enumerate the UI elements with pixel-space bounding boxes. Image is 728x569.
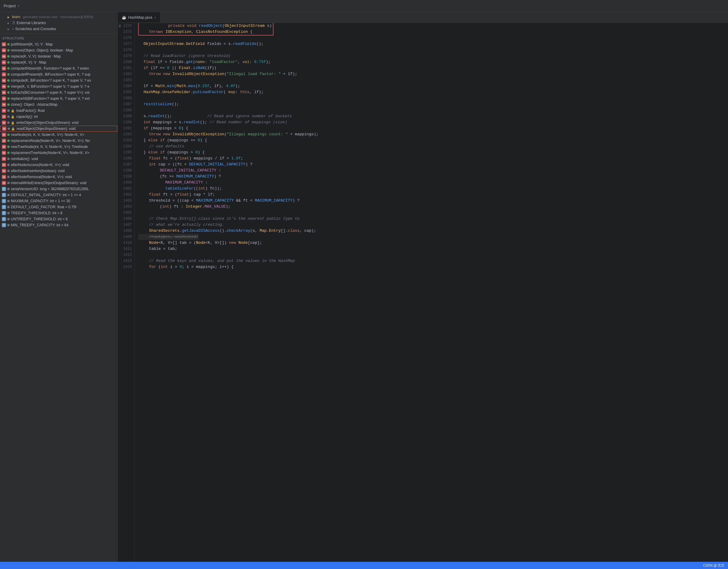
method-forEach[interactable]: m forEach(BiConsumer<? super K, ? super … bbox=[0, 90, 117, 96]
tab-label: HashMap.java bbox=[128, 15, 152, 20]
code-line-1409: /rawtypes, unchecked/ bbox=[138, 234, 728, 240]
visibility-dot-green bbox=[7, 43, 10, 46]
method-computeIfAbsent[interactable]: m computeIfAbsent(K, Function<? super K,… bbox=[0, 65, 117, 71]
code-line-1411: table = tab; bbox=[138, 246, 728, 252]
line-1379: 1379 bbox=[118, 53, 134, 59]
tab-hashmap[interactable]: ☕ HashMap.java × bbox=[118, 12, 160, 23]
method-computeIfPresent[interactable]: m computeIfPresent(K, BiFunction<? super… bbox=[0, 71, 117, 77]
line-1384: 1384 bbox=[118, 83, 134, 89]
line-1401: 1401 bbox=[118, 186, 134, 192]
code-line-1410: Node<K, V>[] tab = (Node<K, V>[]) new No… bbox=[138, 240, 728, 246]
code-line-1381: if (lf <= 0 || Float.isNaN(lf)) bbox=[138, 65, 728, 71]
method-afterNodeRemoval[interactable]: m afterNodeRemoval(Node<K, V>): void bbox=[0, 174, 117, 180]
method-label: afterNodeInsertion(boolean): void bbox=[11, 169, 65, 173]
visibility-dot-gray bbox=[7, 182, 10, 184]
tree-item-learn[interactable]: ▸ learn generated sources root, ~/securi… bbox=[0, 14, 117, 20]
method-loadFactor[interactable]: m 🔒 loadFactor(): float bbox=[0, 108, 117, 114]
method-newTreeNode[interactable]: m newTreeNode(int, K, V, Node<K, V>): Tr… bbox=[0, 144, 117, 150]
field-default-load-factor[interactable]: f DEFAULT_LOAD_FACTOR: float = 0.75f bbox=[0, 204, 117, 210]
project-label: Project bbox=[4, 4, 16, 8]
line-1390: 1390 bbox=[118, 119, 134, 125]
visibility-dot-green bbox=[7, 67, 10, 70]
method-label: afterNodeRemoval(Node<K, V>): void bbox=[11, 175, 72, 179]
method-capacity[interactable]: m 🔒 capacity(): int bbox=[0, 114, 117, 120]
code-line-1378 bbox=[138, 47, 728, 53]
method-internalWriteEntries[interactable]: m internalWriteEntries(ObjectOutputStrea… bbox=[0, 180, 117, 186]
method-replacementNode[interactable]: m replacementNode(Node<K, V>, Node<K, V>… bbox=[0, 138, 117, 144]
code-line-1383 bbox=[138, 77, 728, 83]
line-1387: 1387 bbox=[118, 101, 134, 107]
method-label: newTreeNode(int, K, V, Node<K, V>): Tree… bbox=[11, 145, 88, 149]
visibility-dot-gray bbox=[7, 206, 10, 208]
code-editor[interactable]: 1374 1375 1376 1377 1378 1379 1380 1381 … bbox=[118, 23, 728, 562]
method-label: UNTREEIFY_THRESHOLD: int = 6 bbox=[11, 217, 68, 221]
badge-m: m bbox=[2, 109, 6, 113]
visibility-dot-green bbox=[7, 103, 10, 106]
method-replace-vvv[interactable]: m replace(K, V, V): boolean ↑Map bbox=[0, 53, 117, 59]
method-replacementTreeNode[interactable]: m replacementTreeNode(Node<K, V>, Node<K… bbox=[0, 150, 117, 156]
line-1398: 1398 bbox=[118, 168, 134, 174]
line-1413: 1413 bbox=[118, 258, 134, 264]
line-1410: 1410 bbox=[118, 240, 134, 246]
method-clone[interactable]: m clone(): Object ↑AbstractMap bbox=[0, 102, 117, 108]
method-label: replaceAll(BiFunction<? super K, ? super… bbox=[11, 96, 90, 101]
badge-m: m bbox=[2, 103, 6, 107]
lock-icon: 🔒 bbox=[11, 127, 15, 131]
field-maximum-capacity[interactable]: f MAXIMUM_CAPACITY: int = 1 << 30 bbox=[0, 198, 117, 204]
lock-icon: 🔒 bbox=[11, 121, 14, 125]
field-min-treeify-capacity[interactable]: f MIN_TREEIFY_CAPACITY: int = 64 bbox=[0, 222, 117, 228]
line-1397: 1397 bbox=[118, 162, 134, 168]
line-1383: 1383 bbox=[118, 77, 134, 83]
line-1380: 1380 bbox=[118, 59, 134, 65]
method-replaceAll[interactable]: m replaceAll(BiFunction<? super K, ? sup… bbox=[0, 96, 117, 102]
tree-item-external-libraries[interactable]: ▸ 🗄 External Libraries bbox=[0, 20, 117, 26]
badge-m: m bbox=[2, 72, 6, 77]
tab-close-button[interactable]: × bbox=[154, 16, 156, 19]
method-label: capacity(): int bbox=[16, 115, 38, 119]
code-line-1382: throw new InvalidObjectException("Illega… bbox=[138, 71, 728, 77]
field-treeify-threshold[interactable]: f TREEIFY_THRESHOLD: int = 8 bbox=[0, 210, 117, 216]
method-merge[interactable]: m merge(K, V, BiFunction<? super V, ? su… bbox=[0, 84, 117, 90]
method-writeObject[interactable]: m 🔒 writeObject(ObjectOutputStream): voi… bbox=[0, 120, 117, 126]
method-afterNodeInsertion[interactable]: m afterNodeInsertion(boolean): void bbox=[0, 168, 117, 174]
field-untreeify-threshold[interactable]: f UNTREEIFY_THRESHOLD: int = 6 bbox=[0, 216, 117, 222]
method-afterNodeAccess[interactable]: m afterNodeAccess(Node<K, V>): void bbox=[0, 162, 117, 168]
line-1406: 1406 bbox=[118, 216, 134, 222]
code-line-1389: s.readInt(); // Read and ignore number o… bbox=[138, 113, 728, 119]
tree-item-scratches[interactable]: ▸ ≡ Scratches and Consoles bbox=[0, 26, 117, 32]
badge-m: m bbox=[2, 48, 6, 52]
code-line-1375: throws IOException, ClassNotFoundExcepti… bbox=[138, 29, 728, 35]
field-serialVersionUID[interactable]: f serialVersionUID: long = 3624988207631… bbox=[0, 186, 117, 192]
method-compute[interactable]: m compute(K, BiFunction<? super K, ? sup… bbox=[0, 77, 117, 84]
method-label: serialVersionUID: long = 362498820763181… bbox=[11, 187, 89, 191]
badge-m: m bbox=[2, 54, 6, 59]
code-content: private void readObject(ObjectInputStrea… bbox=[135, 23, 728, 562]
badge-m: m bbox=[2, 121, 6, 125]
line-1399: 1399 bbox=[118, 174, 134, 180]
visibility-dot-gray bbox=[7, 200, 10, 202]
badge-m: m bbox=[2, 139, 6, 143]
badge-m: m bbox=[2, 163, 6, 167]
badge-f: f bbox=[2, 199, 6, 203]
method-putIfAbsent[interactable]: m putIfAbsent(K, V): V ↑Map bbox=[0, 41, 117, 47]
visibility-dot-green bbox=[7, 97, 10, 100]
java-file-icon: ☕ bbox=[122, 15, 126, 20]
library-icon-glyph: 🗄 bbox=[12, 21, 15, 25]
project-menu[interactable]: Project ∨ bbox=[4, 4, 20, 8]
method-label: DEFAULT_INITIAL_CAPACITY: int = 1 << 4 bbox=[11, 193, 81, 197]
visibility-dot-green bbox=[7, 146, 10, 148]
structure-panel[interactable]: m putIfAbsent(K, V): V ↑Map m remove(Obj… bbox=[0, 41, 117, 562]
method-newNode[interactable]: m newNode(int, K, V, Node<K, V>): Node<K… bbox=[0, 132, 117, 138]
code-line-1414: for (int i = 0; i < mappings; i++) { bbox=[138, 264, 728, 270]
method-readObject[interactable]: m 🔒 readObject(ObjectInputStream): void bbox=[0, 126, 117, 132]
code-line-1398: DEFAULT_INITIAL_CAPACITY : bbox=[138, 168, 728, 174]
field-default-initial-capacity[interactable]: f DEFAULT_INITIAL_CAPACITY: int = 1 << 4 bbox=[0, 192, 117, 198]
tree-path-learn: generated sources root, ~/security/java反… bbox=[23, 15, 93, 19]
lock-icon: 🔒 bbox=[11, 109, 14, 112]
method-reinitialize[interactable]: m reinitialize(): void bbox=[0, 156, 117, 162]
lock-icon: 🔒 bbox=[11, 115, 14, 119]
tree-label-scratches: Scratches and Consoles bbox=[15, 27, 56, 31]
method-remove[interactable]: m remove(Object, Object): boolean ↑Map bbox=[0, 47, 117, 53]
method-replace-kv[interactable]: m replace(K, V): V ↑Map bbox=[0, 59, 117, 65]
method-label: merge(K, V, BiFunction<? super V, ? supe… bbox=[11, 84, 90, 89]
